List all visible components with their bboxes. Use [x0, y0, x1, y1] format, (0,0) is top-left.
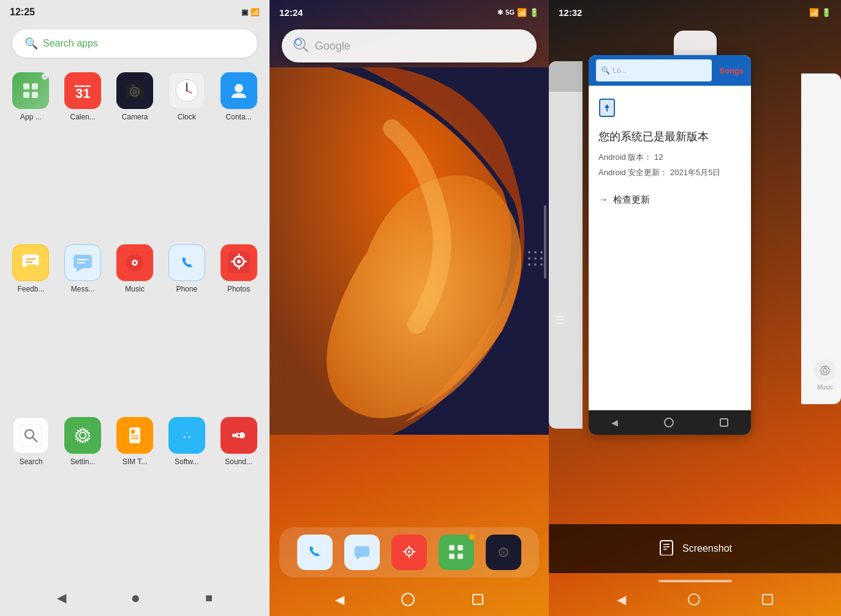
card-header: 🔍 Lo... Songs	[589, 55, 751, 86]
app-label-contacts: Conta...	[226, 113, 252, 121]
songs-tab[interactable]: Songs	[719, 66, 744, 75]
app-label-settings: Settin...	[70, 457, 96, 466]
recent-card-right[interactable]: Music	[801, 73, 841, 404]
recents-button-1[interactable]: ■	[205, 591, 213, 605]
dock-photos[interactable]	[391, 535, 427, 570]
app-item-appvault[interactable]: + App ...	[7, 67, 55, 235]
google-search-bar[interactable]: Google	[282, 29, 537, 62]
status-icons-2: ✱ 5G 📶 🔋	[497, 8, 539, 17]
svg-point-12	[235, 84, 243, 92]
svg-point-21	[134, 261, 136, 264]
svg-point-52	[408, 550, 410, 553]
card-nav-recents[interactable]	[720, 418, 728, 427]
update-icon	[598, 98, 741, 122]
app-label-camera: Camera	[122, 113, 148, 121]
arrow-icon: →	[598, 194, 608, 205]
screenshot-bar[interactable]: Screenshot	[549, 524, 841, 573]
music-icon-right	[814, 359, 836, 381]
svg-rect-7	[131, 84, 135, 86]
svg-rect-35	[129, 427, 140, 443]
dock-phone[interactable]	[297, 535, 333, 570]
search-bar[interactable]: 🔍 Search apps	[12, 29, 257, 58]
music-label-right: Music	[817, 384, 833, 391]
card-search: 🔍 Lo...	[596, 59, 712, 81]
app-icon-contacts	[221, 72, 257, 109]
app-icon-phone	[168, 244, 205, 281]
dock-camera[interactable]	[486, 535, 521, 570]
search-icon: 🔍	[25, 37, 38, 50]
time-3: 12:32	[559, 7, 582, 18]
home-button-3[interactable]	[688, 593, 700, 606]
app-label-soundrecorder: Sound...	[225, 457, 252, 466]
svg-rect-57	[449, 545, 454, 550]
system-update-card[interactable]: 🔍 Lo... Songs 您的系统已是最新版本 Android 版本： 12 …	[589, 55, 751, 435]
recent-card-left[interactable]	[549, 61, 583, 429]
home-button-1[interactable]: ●	[131, 588, 141, 607]
battery-icon-3: 🔋	[821, 8, 831, 17]
app-item-software[interactable]: Softw...	[163, 412, 210, 579]
app-item-calendar[interactable]: ▬▬▬ 31 Calen...	[59, 67, 107, 235]
card-nav-home[interactable]	[664, 418, 674, 427]
app-icon-simt	[116, 417, 153, 454]
google-search-icon	[292, 36, 309, 56]
back-button-3[interactable]: ◀	[617, 592, 626, 607]
app-item-contacts[interactable]: Conta...	[215, 67, 262, 235]
svg-rect-50	[355, 546, 369, 557]
app-icon-search	[12, 417, 49, 454]
app-item-messages[interactable]: Mess...	[59, 239, 107, 407]
panel-recents: 12:32 📶 🔋 ☰ 🔍 Lo... Songs	[549, 0, 841, 616]
security-update: Android 安全更新： 2021年5月5日	[598, 167, 741, 179]
status-bar-2: 12:24 ✱ 5G 📶 🔋	[270, 0, 549, 24]
status-bar-1: 12:25 ▣ 📶	[0, 0, 270, 24]
app-item-search[interactable]: Search	[7, 412, 55, 579]
app-item-music[interactable]: Music	[111, 239, 159, 407]
dock-appvault[interactable]: !	[439, 535, 474, 570]
svg-rect-30	[20, 424, 42, 446]
card-nav-back[interactable]: ◀	[611, 418, 618, 427]
svg-point-67	[823, 369, 827, 372]
recents-button-3[interactable]	[762, 594, 773, 605]
dock-bar: !	[279, 527, 539, 577]
app-item-feedback[interactable]: Feedb...	[7, 239, 55, 407]
card-content: 您的系统已是最新版本 Android 版本： 12 Android 安全更新： …	[589, 86, 751, 410]
nav-bar-2: ◀	[270, 582, 549, 616]
app-label-appvault: App ...	[20, 113, 42, 121]
home-button-2[interactable]	[401, 593, 415, 606]
android-version-label: Android 版本：	[598, 152, 652, 162]
svg-rect-59	[449, 554, 454, 559]
svg-point-63	[502, 552, 504, 554]
battery-icon-2: 🔋	[529, 8, 539, 17]
app-icon-calendar: ▬▬▬ 31	[64, 72, 101, 109]
app-item-settings[interactable]: Settin...	[59, 412, 107, 579]
app-label-calendar: Calen...	[70, 113, 96, 121]
svg-rect-22	[176, 252, 197, 273]
time-1: 12:25	[10, 7, 35, 18]
app-item-clock[interactable]: Clock	[163, 67, 210, 235]
wallpaper	[270, 67, 549, 527]
check-update-button[interactable]: → 检查更新	[598, 194, 741, 206]
search-icon-card: 🔍	[601, 66, 610, 75]
svg-point-48	[295, 39, 301, 45]
app-item-photos[interactable]: Photos	[215, 239, 262, 407]
app-item-soundrecorder[interactable]: Sound...	[215, 412, 262, 579]
svg-rect-58	[458, 545, 463, 550]
app-item-simt[interactable]: SIM T...	[111, 412, 159, 579]
screenshot-icon	[658, 538, 675, 559]
app-icon-camera	[116, 72, 153, 109]
app-icon-photos	[221, 244, 257, 281]
panel-app-drawer: 12:25 ▣ 📶 🔍 Search apps + App ... ▬▬▬ 31…	[0, 0, 270, 616]
svg-rect-60	[458, 554, 463, 559]
recents-button-2[interactable]	[472, 594, 483, 605]
android-version-value: 12	[654, 152, 663, 162]
back-button-1[interactable]: ◀	[57, 590, 66, 605]
app-item-camera[interactable]: Camera	[111, 67, 159, 235]
nav-bar-3: ◀	[549, 582, 841, 616]
dock-messages[interactable]	[344, 535, 380, 570]
check-update-text: 检查更新	[613, 194, 650, 206]
menu-icon: ☰	[555, 314, 565, 327]
svg-rect-2	[23, 92, 29, 98]
svg-rect-3	[32, 92, 38, 98]
app-item-phone[interactable]: Phone	[163, 239, 210, 407]
back-button-2[interactable]: ◀	[335, 592, 344, 607]
svg-rect-1	[32, 83, 38, 89]
